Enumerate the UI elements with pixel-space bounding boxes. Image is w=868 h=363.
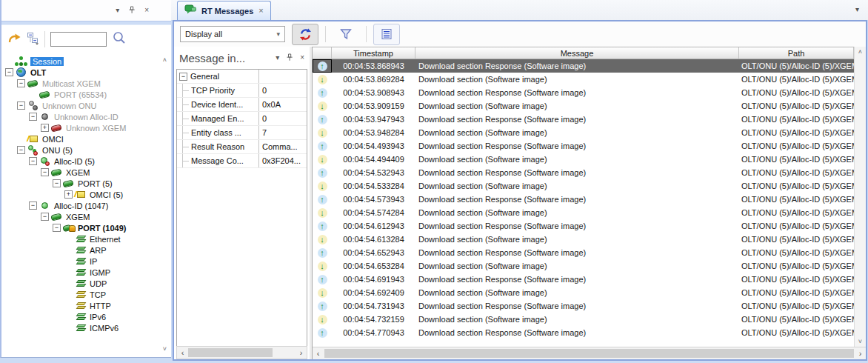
tree-item[interactable]: PORT (65534) <box>3 89 170 100</box>
message-row[interactable]: 00:04:54.532943 Download section Respons… <box>313 166 854 179</box>
tree-item[interactable]: IGMP <box>3 267 170 278</box>
table-horizontal-scrollbar[interactable] <box>313 347 866 359</box>
message-row[interactable]: 00:04:53.948284 Download section (Softwa… <box>313 126 854 139</box>
property-row[interactable]: − General <box>177 70 307 84</box>
message-row[interactable]: 00:04:54.652943 Download section Respons… <box>313 246 854 259</box>
message-row[interactable]: 00:04:54.493943 Download section Respons… <box>313 139 854 153</box>
search-input[interactable] <box>50 32 107 47</box>
tree-expander-icon[interactable]: − <box>17 146 25 154</box>
tree-item[interactable]: Session <box>3 56 170 67</box>
property-row[interactable]: Message Co... 0x3F204... <box>177 154 307 168</box>
tree-vertical-scrollbar[interactable] <box>159 55 170 354</box>
tree-item[interactable]: IP <box>3 256 170 267</box>
details-view-button[interactable] <box>373 24 400 45</box>
chevron-down-icon[interactable]: ▾ <box>276 54 279 61</box>
tab-rt-messages[interactable]: RT Messages <box>177 1 271 20</box>
tree-item[interactable]: IPv6 <box>3 311 170 322</box>
scroll-down-icon[interactable] <box>855 338 866 345</box>
tree-item[interactable]: − XGEM <box>3 167 170 178</box>
tree-item[interactable]: TCP <box>3 289 170 300</box>
tree-expander-icon[interactable]: − <box>53 179 61 187</box>
scroll-down-icon[interactable] <box>159 345 170 353</box>
scroll-up-icon[interactable] <box>855 48 866 56</box>
tree-expander-icon[interactable]: − <box>5 68 13 76</box>
scroll-right-icon[interactable] <box>855 349 866 358</box>
tree-expander-icon[interactable]: − <box>29 202 37 210</box>
property-row[interactable]: Device Ident... 0x0A <box>177 98 307 112</box>
message-row[interactable]: 00:04:54.613284 Download section (Softwa… <box>313 233 854 246</box>
tree-item[interactable]: HTTP <box>3 300 170 311</box>
column-header-direction[interactable] <box>313 47 332 59</box>
tree-item[interactable]: − ONU (5) <box>3 144 170 156</box>
pin-icon[interactable] <box>286 53 293 63</box>
display-filter-combobox[interactable]: Display all <box>180 26 285 42</box>
scrollbar-thumb[interactable] <box>188 348 273 357</box>
inspector-horizontal-scrollbar[interactable] <box>176 346 307 359</box>
autoscroll-toggle-button[interactable] <box>292 24 318 45</box>
tree-expander-icon[interactable]: − <box>41 168 49 176</box>
tree-expander-icon[interactable]: − <box>29 157 37 165</box>
search-icon[interactable] <box>112 30 127 48</box>
message-row[interactable]: 00:04:54.612943 Download section Respons… <box>313 219 854 233</box>
tree-item[interactable]: − Alloc-ID (5) <box>3 156 170 167</box>
tree-item[interactable]: − Unknown Alloc-ID <box>3 111 170 122</box>
property-row[interactable]: Managed En... 0 <box>177 112 307 126</box>
group-expander-icon[interactable]: − <box>179 73 187 81</box>
message-row[interactable]: 00:04:53.908943 Download section Respons… <box>313 86 854 99</box>
tab-list-caret-icon[interactable] <box>855 5 859 13</box>
scroll-up-icon[interactable] <box>159 56 170 64</box>
tree-item[interactable]: Ethernet <box>3 233 170 244</box>
tree-item[interactable]: OMCI <box>3 133 170 144</box>
message-row[interactable]: 00:04:54.653284 Download section (Softwa… <box>313 259 854 273</box>
tree-item[interactable]: UDP <box>3 278 170 289</box>
scroll-right-icon[interactable] <box>296 348 307 357</box>
jump-arrow-icon[interactable] <box>8 33 21 47</box>
column-header-message[interactable]: Message <box>415 47 739 59</box>
tree-expander-icon[interactable]: − <box>53 224 61 232</box>
message-row[interactable]: 00:04:53.868943 Download section Respons… <box>313 59 854 73</box>
column-header-path[interactable]: Path <box>739 47 854 59</box>
message-row[interactable]: 00:04:53.869284 Download section (Softwa… <box>313 73 854 86</box>
tree-item[interactable]: − OLT <box>3 67 170 78</box>
property-row[interactable]: Result Reason Comma... <box>177 140 307 154</box>
tree-item[interactable]: − Multicast XGEM <box>3 78 170 89</box>
message-row[interactable]: 00:04:53.947943 Download section Respons… <box>313 113 854 126</box>
close-icon[interactable]: × <box>300 54 304 61</box>
table-vertical-scrollbar[interactable] <box>854 47 866 347</box>
message-row[interactable]: 00:04:54.573943 Download section Respons… <box>313 193 854 206</box>
tree-expander-icon[interactable]: − <box>41 213 49 221</box>
scroll-left-icon[interactable] <box>177 348 188 357</box>
filter-button[interactable] <box>333 24 359 45</box>
close-icon[interactable]: × <box>144 7 149 14</box>
scrollbar-thumb[interactable] <box>324 349 854 358</box>
column-header-timestamp[interactable]: Timestamp <box>332 47 415 59</box>
tree-expander-icon[interactable]: + <box>64 190 73 199</box>
collapse-tree-icon[interactable] <box>27 32 39 47</box>
message-row[interactable]: 00:04:54.770943 Download section Respons… <box>313 326 854 339</box>
tree-item[interactable]: − Alloc-ID (1047) <box>3 200 170 211</box>
property-row[interactable]: TCP Priority 0 <box>177 84 307 98</box>
pin-icon[interactable] <box>128 6 136 16</box>
tree-item[interactable]: − Unknown ONU <box>3 100 170 111</box>
message-row[interactable]: 00:04:54.574284 Download section (Softwa… <box>313 206 854 219</box>
tree-expander-icon[interactable]: + <box>41 124 49 132</box>
tree-expander-icon[interactable]: − <box>17 79 25 87</box>
message-row[interactable]: 00:04:54.691943 Download section Respons… <box>313 273 854 286</box>
message-row[interactable]: 00:04:54.732159 Download section (Softwa… <box>313 313 854 326</box>
property-row[interactable]: Entity class ... 7 <box>177 126 307 140</box>
message-row[interactable]: 00:04:53.909159 Download section (Softwa… <box>313 99 854 113</box>
tree-item[interactable]: + OMCI (5) <box>3 189 170 200</box>
tree-item[interactable]: ICMPv6 <box>3 322 170 333</box>
scroll-left-icon[interactable] <box>313 349 324 358</box>
message-row[interactable]: 00:04:54.731943 Download section Respons… <box>313 299 854 313</box>
tree-item[interactable]: − PORT (5) <box>3 178 170 189</box>
message-row[interactable]: 00:04:54.494409 Download section (Softwa… <box>313 153 854 166</box>
message-row[interactable]: 00:04:54.533284 Download section (Softwa… <box>313 179 854 193</box>
tree-expander-icon[interactable]: − <box>29 113 37 121</box>
tree-item[interactable]: ARP <box>3 244 170 256</box>
message-row[interactable]: 00:04:54.692409 Download section (Softwa… <box>313 286 854 299</box>
tree-expander-icon[interactable]: − <box>17 101 25 110</box>
chevron-down-icon[interactable]: ▾ <box>116 7 119 14</box>
tree-item[interactable]: + Unknown XGEM <box>3 122 170 133</box>
tab-close-icon[interactable] <box>258 7 263 15</box>
